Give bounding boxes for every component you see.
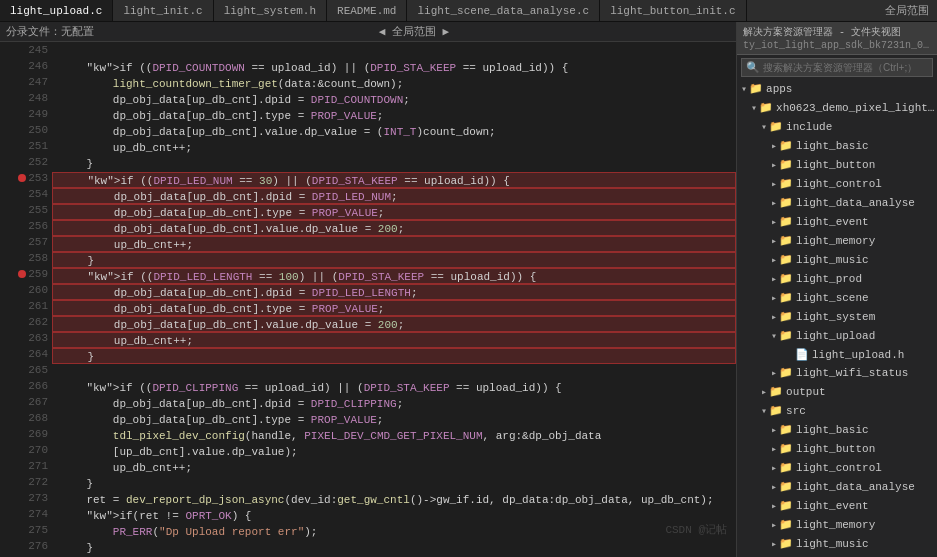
tree-item[interactable]: ▾📁apps bbox=[737, 80, 937, 99]
code-line: } bbox=[52, 540, 736, 556]
search-icon: 🔍 bbox=[746, 61, 760, 74]
explorer-header: 解决方案资源管理器 - 文件夹视图 ty_iot_light_app_sdk_b… bbox=[737, 22, 937, 55]
tree-item[interactable]: ▸📁light_wifi_status bbox=[737, 364, 937, 383]
explorer-title: 解决方案资源管理器 - 文件夹视图 bbox=[743, 25, 931, 39]
tree-item[interactable]: ▸📁light_memory bbox=[737, 232, 937, 251]
tree-item[interactable]: ▸📁light_music bbox=[737, 251, 937, 270]
tree-item[interactable]: ▸📁light_scene bbox=[737, 289, 937, 308]
tab-light-init[interactable]: light_init.c bbox=[113, 0, 213, 21]
code-line: up_db_cnt++; bbox=[52, 236, 736, 252]
tree-item[interactable]: ▸📁light_system bbox=[737, 308, 937, 327]
code-line: "kw">if ((DPID_LED_NUM == 30) || (DPID_S… bbox=[52, 172, 736, 188]
code-line: dp_obj_data[up_db_cnt].dpid = DPID_CLIPP… bbox=[52, 396, 736, 412]
code-content: "kw">if ((DPID_COUNTDOWN == upload_id) |… bbox=[52, 42, 736, 557]
code-line: [up_db_cnt].value.dp_value); bbox=[52, 444, 736, 460]
tab-label: README.md bbox=[337, 5, 396, 17]
editor-panel: 分录文件：无配置 ◀ 全局范围 ▶ 2452462472482492502512… bbox=[0, 22, 737, 557]
breakpoint-marker bbox=[18, 270, 26, 278]
tree-item[interactable]: ▸📁light_data_analyse bbox=[737, 478, 937, 497]
code-line: dp_obj_data[up_db_cnt].type = PROP_VALUE… bbox=[52, 300, 736, 316]
search-input[interactable] bbox=[763, 62, 928, 73]
code-area[interactable]: 2452462472482492502512522532542552562572… bbox=[0, 42, 736, 557]
tree-item[interactable]: 📄light_upload.h bbox=[737, 346, 937, 364]
code-line: dp_obj_data[up_db_cnt].value.dp_value = … bbox=[52, 316, 736, 332]
tab-right-info: 全局范围 bbox=[877, 1, 937, 20]
tree-item[interactable]: ▸📁light_prod bbox=[737, 270, 937, 289]
code-line bbox=[52, 44, 736, 60]
code-line: up_db_cnt++; bbox=[52, 460, 736, 476]
explorer-path: ty_iot_light_app_sdk_bk7231n_0.1.1 \\192… bbox=[743, 40, 931, 51]
tree-item[interactable]: ▸📁light_memory bbox=[737, 516, 937, 535]
tab-label: light_scene_data_analyse.c bbox=[417, 5, 589, 17]
tree-item[interactable]: ▸📁light_button bbox=[737, 156, 937, 175]
tab-label: light_upload.c bbox=[10, 5, 102, 17]
tab-light-system[interactable]: light_system.h bbox=[214, 0, 327, 21]
tab-bar: light_upload.c light_init.c light_system… bbox=[0, 0, 937, 22]
code-line: "kw">if ((DPID_LED_LENGTH == 100) || (DP… bbox=[52, 268, 736, 284]
code-line: dp_obj_data[up_db_cnt].dpid = DPID_LED_L… bbox=[52, 284, 736, 300]
tree-item[interactable]: ▸📁light_control bbox=[737, 175, 937, 194]
code-line: } bbox=[52, 252, 736, 268]
code-line: light_countdown_timer_get(data:&count_do… bbox=[52, 76, 736, 92]
tab-light-scene[interactable]: light_scene_data_analyse.c bbox=[407, 0, 600, 21]
tab-right-label: 全局范围 bbox=[885, 5, 929, 17]
toolbar-middle: ◀ 全局范围 ▶ bbox=[98, 24, 730, 39]
tree-item[interactable]: ▸📁output bbox=[737, 383, 937, 402]
tree-item[interactable]: ▸📁light_data_analyse bbox=[737, 194, 937, 213]
code-line: dp_obj_data[up_db_cnt].type = PROP_VALUE… bbox=[52, 204, 736, 220]
explorer-search[interactable]: 🔍 bbox=[741, 58, 933, 77]
code-line: PR_ERR("Dp Upload report err"); bbox=[52, 524, 736, 540]
tree-item[interactable]: ▸📁light_event bbox=[737, 213, 937, 232]
tree-item[interactable]: ▸📁light_control bbox=[737, 459, 937, 478]
tree-item[interactable]: ▸📁light_basic bbox=[737, 421, 937, 440]
tab-readme[interactable]: README.md bbox=[327, 0, 407, 21]
code-line: ret = dev_report_dp_json_async(dev_id:ge… bbox=[52, 492, 736, 508]
tab-label: light_init.c bbox=[123, 5, 202, 17]
code-line: "kw">if(ret != OPRT_OK) { bbox=[52, 508, 736, 524]
explorer-tree[interactable]: ▾📁apps▾📁xh0623_demo_pixel_light_ty▾📁incl… bbox=[737, 80, 937, 557]
tree-item[interactable]: ▾📁src bbox=[737, 402, 937, 421]
tree-item[interactable]: ▸📁light_basic bbox=[737, 137, 937, 156]
explorer-panel: 解决方案资源管理器 - 文件夹视图 ty_iot_light_app_sdk_b… bbox=[737, 22, 937, 557]
tab-label: light_button_init.c bbox=[610, 5, 735, 17]
code-line: } bbox=[52, 476, 736, 492]
tree-item[interactable]: ▸📁light_music bbox=[737, 535, 937, 554]
tree-item[interactable]: ▾📁light_upload bbox=[737, 327, 937, 346]
code-line: dp_obj_data[up_db_cnt].dpid = DPID_COUNT… bbox=[52, 92, 736, 108]
tree-item[interactable]: ▸📁light_button bbox=[737, 440, 937, 459]
tree-item[interactable]: ▸📁light_event bbox=[737, 497, 937, 516]
tab-label: light_system.h bbox=[224, 5, 316, 17]
line-number-gutter: 2452462472482492502512522532542552562572… bbox=[0, 42, 52, 557]
code-line: "kw">if ((DPID_CLIPPING == upload_id) ||… bbox=[52, 380, 736, 396]
editor-toolbar: 分录文件：无配置 ◀ 全局范围 ▶ bbox=[0, 22, 736, 42]
code-line: dp_obj_data[up_db_cnt].type = PROP_VALUE… bbox=[52, 108, 736, 124]
breakpoint-marker bbox=[18, 174, 26, 182]
tab-light-upload[interactable]: light_upload.c bbox=[0, 0, 113, 21]
code-line: } bbox=[52, 348, 736, 364]
code-line: tdl_pixel_dev_config(handle, PIXEL_DEV_C… bbox=[52, 428, 736, 444]
tree-item[interactable]: ▾📁xh0623_demo_pixel_light_ty bbox=[737, 99, 937, 118]
code-line: dp_obj_data[up_db_cnt].value.dp_value = … bbox=[52, 220, 736, 236]
tree-item[interactable]: ▾📁include bbox=[737, 118, 937, 137]
code-line: up_db_cnt++; bbox=[52, 140, 736, 156]
code-line bbox=[52, 364, 736, 380]
tab-light-button[interactable]: light_button_init.c bbox=[600, 0, 746, 21]
toolbar-left: 分录文件：无配置 bbox=[6, 24, 94, 39]
code-line: dp_obj_data[up_db_cnt].type = PROP_VALUE… bbox=[52, 412, 736, 428]
code-line: up_db_cnt++; bbox=[52, 332, 736, 348]
main-area: 分录文件：无配置 ◀ 全局范围 ▶ 2452462472482492502512… bbox=[0, 22, 937, 557]
code-line: } bbox=[52, 156, 736, 172]
code-line: dp_obj_data[up_db_cnt].dpid = DPID_LED_N… bbox=[52, 188, 736, 204]
code-line: "kw">if ((DPID_COUNTDOWN == upload_id) |… bbox=[52, 60, 736, 76]
code-line: dp_obj_data[up_db_cnt].value.dp_value = … bbox=[52, 124, 736, 140]
